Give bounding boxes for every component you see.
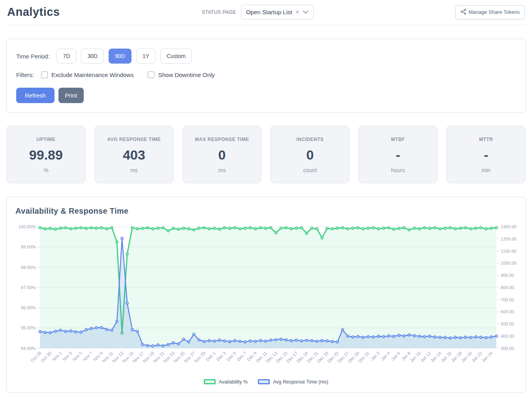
time-period-label: Time Period: [16, 53, 49, 60]
svg-text:Jan 4: Jan 4 [380, 351, 391, 362]
page-title: Analytics [7, 6, 60, 19]
svg-text:Nov 3: Nov 3 [62, 351, 73, 362]
page-header: Analytics STATUS PAGE Open Startup List … [6, 0, 526, 25]
actions-row: Refresh Print [16, 88, 516, 103]
svg-text:300.00: 300.00 [501, 346, 514, 351]
svg-text:Jan 18: Jan 18 [450, 351, 462, 363]
svg-text:700.00: 700.00 [501, 297, 514, 302]
filters-label: Filters: [16, 71, 34, 78]
chevron-down-icon[interactable] [303, 10, 308, 14]
svg-text:Dec 5: Dec 5 [226, 351, 237, 362]
svg-text:99.00%: 99.00% [21, 244, 36, 249]
legend-item[interactable]: Avg Response Time (ms) [258, 379, 328, 385]
svg-text:600.00: 600.00 [501, 309, 514, 314]
stat-label: MTTR [450, 137, 522, 142]
stat-value: 0 [274, 147, 346, 163]
availability-response-chart[interactable]: 100.00%99.00%98.00%97.00%96.00%95.00%94.… [15, 221, 517, 377]
svg-text:900.00: 900.00 [501, 273, 514, 278]
svg-text:Jan 6: Jan 6 [390, 351, 401, 362]
stat-unit: ms [186, 167, 258, 173]
svg-text:Nov 29: Nov 29 [193, 351, 206, 364]
period-button-30d[interactable]: 30D [81, 49, 104, 64]
time-period-row: Time Period: 7D 30D 90D 1Y Custom [16, 49, 516, 64]
filters-row: Filters: Exclude Maintenance Windows Sho… [16, 71, 516, 78]
chart-canvas[interactable]: 100.00%99.00%98.00%97.00%96.00%95.00%94.… [15, 221, 517, 378]
legend-item[interactable]: Availability % [204, 379, 248, 385]
show-downtime-checkbox[interactable] [148, 71, 154, 78]
exclude-maintenance-checkbox[interactable] [41, 71, 48, 78]
stat-card-max-response: MAX RESPONSE TIME 0 ms [182, 126, 262, 183]
stat-label: INCIDENTS [274, 137, 346, 142]
legend-swatch-icon [258, 379, 270, 384]
filter-panel: Time Period: 7D 30D 90D 1Y Custom Filter… [6, 39, 526, 113]
period-button-90d[interactable]: 90D [109, 49, 132, 64]
stat-card-avg-response: AVG RESPONSE TIME 403 ms [94, 126, 174, 183]
stat-value: 99.89 [10, 147, 82, 163]
status-page-label: STATUS PAGE [202, 9, 236, 15]
clear-icon[interactable]: ✕ [295, 9, 300, 15]
svg-text:Nov 1: Nov 1 [51, 351, 63, 362]
stat-card-incidents: INCIDENTS 0 count [270, 126, 350, 183]
stat-label: AVG RESPONSE TIME [98, 137, 170, 142]
svg-text:1300.00: 1300.00 [501, 224, 517, 229]
show-downtime-checkbox-group: Show Downtime Only [148, 71, 214, 78]
analytics-page: Analytics STATUS PAGE Open Startup List … [0, 0, 532, 393]
svg-text:Dec 7: Dec 7 [236, 351, 247, 362]
svg-text:94.00%: 94.00% [21, 346, 36, 351]
stats-row: UPTIME 99.89 % AVG RESPONSE TIME 403 ms … [6, 126, 526, 183]
legend-label: Availability % [219, 379, 248, 385]
print-button[interactable]: Print [58, 88, 84, 103]
svg-text:Jan 14: Jan 14 [429, 351, 442, 363]
svg-text:Jan 2: Jan 2 [370, 351, 381, 362]
stat-value: 0 [186, 147, 258, 163]
chart-title: Availability & Response Time [15, 207, 517, 216]
svg-text:Dec 3: Dec 3 [215, 351, 227, 362]
svg-text:Dec 1: Dec 1 [205, 351, 216, 362]
manage-share-tokens-button[interactable]: Manage Share Tokens [455, 5, 525, 19]
stat-unit: count [274, 167, 346, 173]
svg-text:Jan 10: Jan 10 [409, 351, 422, 363]
stat-card-mtbf: MTBF - hours [358, 126, 438, 183]
exclude-maintenance-checkbox-group: Exclude Maintenance Windows [41, 71, 133, 78]
svg-text:Nov 5: Nov 5 [72, 351, 83, 362]
svg-text:Oct 28: Oct 28 [30, 351, 42, 363]
svg-text:97.00%: 97.00% [21, 285, 36, 290]
stat-unit: hours [362, 167, 434, 173]
svg-text:Jan 16: Jan 16 [440, 351, 452, 363]
stat-value: 403 [98, 147, 170, 163]
svg-text:400.00: 400.00 [501, 334, 514, 338]
stat-label: MAX RESPONSE TIME [186, 137, 258, 142]
legend-swatch-icon [204, 379, 216, 384]
svg-text:98.00%: 98.00% [21, 265, 36, 270]
exclude-maintenance-label: Exclude Maintenance Windows [51, 71, 133, 78]
svg-text:800.00: 800.00 [501, 285, 514, 290]
stat-unit: min [450, 167, 522, 173]
stat-label: UPTIME [10, 137, 82, 142]
svg-text:Jan 20: Jan 20 [460, 351, 473, 363]
svg-text:1100.00: 1100.00 [501, 249, 516, 254]
svg-text:Nov 7: Nov 7 [82, 351, 94, 362]
svg-text:100.00%: 100.00% [19, 224, 36, 229]
show-downtime-label: Show Downtime Only [158, 71, 214, 78]
chart-legend: Availability %Avg Response Time (ms) [15, 379, 517, 385]
svg-text:1200.00: 1200.00 [501, 237, 517, 241]
period-button-1y[interactable]: 1Y [136, 49, 156, 64]
svg-text:96.00%: 96.00% [21, 305, 36, 310]
svg-text:95.00%: 95.00% [21, 325, 36, 330]
svg-text:Jan 24: Jan 24 [481, 351, 493, 363]
stat-card-uptime: UPTIME 99.89 % [6, 126, 86, 183]
refresh-button[interactable]: Refresh [16, 88, 55, 103]
svg-text:Oct 30: Oct 30 [40, 351, 52, 363]
stat-label: MTBF [362, 137, 434, 142]
stat-value: - [362, 147, 434, 163]
manage-share-tokens-label: Manage Share Tokens [468, 9, 520, 15]
status-page-selector: STATUS PAGE Open Startup List ✕ [202, 5, 314, 19]
period-button-7d[interactable]: 7D [56, 49, 76, 64]
svg-text:Jan 12: Jan 12 [419, 351, 432, 363]
period-button-custom[interactable]: Custom [160, 49, 192, 64]
status-page-value: Open Startup List [246, 9, 292, 15]
share-icon [461, 9, 466, 16]
svg-text:Dec 31: Dec 31 [357, 351, 370, 364]
legend-label: Avg Response Time (ms) [273, 379, 328, 385]
status-page-select[interactable]: Open Startup List ✕ [241, 5, 314, 19]
